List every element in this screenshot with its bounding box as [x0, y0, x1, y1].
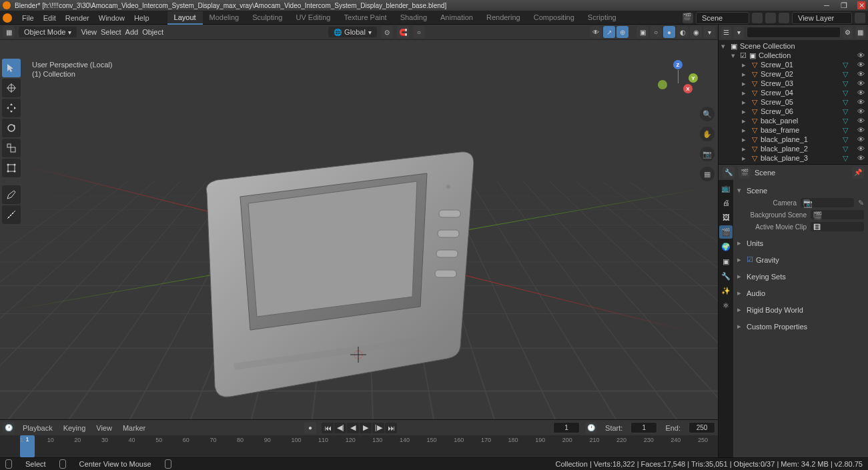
- bgscene-field[interactable]: 🎬: [811, 210, 864, 219]
- perspective-icon[interactable]: ▦: [700, 167, 715, 181]
- section-customprops[interactable]: Custom Properties: [747, 323, 807, 331]
- current-frame[interactable]: 1: [553, 422, 580, 433]
- autokey-icon[interactable]: ●: [304, 422, 316, 434]
- zoom-icon[interactable]: 🔍: [700, 107, 715, 121]
- menu-file[interactable]: File: [17, 14, 39, 22]
- tree-collection[interactable]: Collection: [759, 51, 855, 59]
- viewlayer-field[interactable]: View Layer: [792, 12, 852, 24]
- proportional-icon[interactable]: ○: [413, 26, 425, 38]
- snap-icon[interactable]: 🧲: [397, 26, 409, 38]
- camera-icon[interactable]: 📷: [700, 147, 715, 161]
- outliner-editor-icon[interactable]: ☰: [721, 27, 731, 39]
- section-scene[interactable]: Scene: [747, 187, 767, 195]
- editor-type-icon[interactable]: ▦: [3, 26, 15, 38]
- vp-menu-object[interactable]: Object: [142, 28, 163, 36]
- nav-gizmo[interactable]: Z Y X: [658, 60, 698, 100]
- matprev-icon[interactable]: ◐: [677, 26, 689, 38]
- outliner-new-coll-icon[interactable]: ▦: [855, 27, 865, 39]
- tool-transform[interactable]: [2, 159, 21, 177]
- section-audio[interactable]: Audio: [747, 289, 765, 297]
- outliner-filter-icon[interactable]: ⚙: [843, 27, 853, 39]
- key-next-icon[interactable]: |▶: [372, 423, 384, 433]
- mode-dropdown[interactable]: Object Mode ▾: [19, 27, 77, 37]
- xray-icon[interactable]: ▣: [636, 26, 648, 38]
- tree-item[interactable]: ▸▽black_plane_4▽👁: [719, 163, 868, 164]
- scene-field[interactable]: Scene: [696, 12, 749, 24]
- frame-lock-icon[interactable]: 🕐: [585, 422, 597, 434]
- tl-view[interactable]: View: [93, 424, 115, 432]
- gizmo-toggle-icon[interactable]: ↗: [603, 26, 615, 38]
- props-editor-icon[interactable]: 🔧: [723, 167, 735, 179]
- tree-item[interactable]: ▸▽Screw_06▽👁: [719, 107, 868, 116]
- tab-compositing[interactable]: Compositing: [527, 11, 581, 25]
- ptab-world[interactable]: 🌍: [719, 240, 733, 253]
- ptab-viewlayer[interactable]: 🖼: [719, 211, 733, 224]
- tool-cursor[interactable]: [2, 79, 21, 97]
- tab-scripting[interactable]: Scripting: [581, 11, 623, 25]
- tree-item[interactable]: ▸▽Screw_03▽👁: [719, 79, 868, 88]
- maximize-button[interactable]: ❐: [840, 1, 848, 9]
- ptab-scene[interactable]: 🎬: [719, 225, 733, 239]
- tab-texturepaint[interactable]: Texture Paint: [337, 11, 393, 25]
- tab-shading[interactable]: Shading: [394, 11, 434, 25]
- tab-rendering[interactable]: Rendering: [480, 11, 527, 25]
- tool-measure[interactable]: [2, 205, 21, 224]
- outliner-tree[interactable]: ▾▣Scene Collection ▾☑▣Collection👁 ▸▽Scre…: [719, 40, 868, 164]
- vp-menu-add[interactable]: Add: [125, 28, 139, 36]
- jump-start-icon[interactable]: ⏮: [322, 423, 334, 433]
- tab-layout[interactable]: Layout: [167, 11, 203, 25]
- tree-item[interactable]: ▸▽base_frame▽👁: [719, 125, 868, 135]
- tool-select[interactable]: [2, 59, 21, 77]
- shading-dd-icon[interactable]: ▾: [703, 26, 715, 38]
- vp-menu-select[interactable]: Select: [101, 28, 121, 36]
- menu-edit[interactable]: Edit: [39, 14, 61, 22]
- tree-root[interactable]: Scene Collection: [740, 42, 865, 50]
- camera-field[interactable]: 📷: [801, 198, 854, 207]
- tree-item[interactable]: ▸▽Screw_05▽👁: [719, 97, 868, 107]
- tree-item[interactable]: ▸▽Screw_02▽👁: [719, 69, 868, 79]
- tool-rotate[interactable]: [2, 119, 21, 137]
- timeline-ruler[interactable]: 1 11020304050607080901001101201301401501…: [0, 435, 718, 457]
- tab-sculpting[interactable]: Sculpting: [246, 11, 289, 25]
- start-frame[interactable]: 1: [630, 422, 657, 433]
- tree-item[interactable]: ▸▽black_plane_3▽👁: [719, 153, 868, 163]
- menu-help[interactable]: Help: [129, 14, 154, 22]
- tool-annotate[interactable]: [2, 185, 21, 204]
- section-keying[interactable]: Keying Sets: [747, 273, 786, 281]
- tree-item[interactable]: ▸▽black_plane_2▽👁: [719, 144, 868, 153]
- section-rigidbody[interactable]: Rigid Body World: [747, 306, 803, 314]
- outliner-mode-icon[interactable]: ▾: [734, 27, 744, 39]
- vp-menu-view[interactable]: View: [81, 28, 97, 36]
- menu-render[interactable]: Render: [61, 14, 94, 22]
- orientation-dropdown[interactable]: 🌐 Global ▾: [328, 27, 377, 37]
- tab-uvediting[interactable]: UV Editing: [289, 11, 337, 25]
- play-rev-icon[interactable]: ◀: [347, 423, 359, 433]
- ptab-particle[interactable]: ✨: [719, 284, 733, 297]
- ptab-render[interactable]: 📺: [719, 181, 733, 195]
- tree-item[interactable]: ▸▽Screw_01▽👁: [719, 60, 868, 69]
- tl-playback[interactable]: Playback: [20, 424, 55, 432]
- gizmo-neg-y[interactable]: [658, 80, 667, 89]
- end-frame[interactable]: 250: [689, 422, 715, 433]
- gizmo-y[interactable]: Y: [689, 73, 698, 83]
- gizmo-z[interactable]: Z: [673, 60, 683, 69]
- props-scene-icon[interactable]: 🎬: [739, 167, 751, 179]
- tree-item[interactable]: ▸▽Screw_04▽👁: [719, 88, 868, 97]
- ptab-output[interactable]: 🖨: [719, 196, 733, 209]
- viewlayer-new-icon[interactable]: [855, 13, 865, 23]
- gizmo-x[interactable]: X: [683, 84, 693, 93]
- menu-window[interactable]: Window: [94, 14, 129, 22]
- scene-new-icon[interactable]: [752, 13, 763, 23]
- scene-icon[interactable]: 🎬: [683, 13, 693, 23]
- pivot-icon[interactable]: ⊙: [381, 26, 393, 38]
- wireframe-icon[interactable]: ○: [650, 26, 662, 38]
- visibility-icon[interactable]: 👁: [590, 26, 602, 38]
- tl-marker[interactable]: Marker: [120, 424, 148, 432]
- minimize-button[interactable]: ─: [823, 1, 831, 9]
- tool-move[interactable]: [2, 99, 21, 117]
- section-gravity[interactable]: Gravity: [756, 256, 779, 264]
- close-button[interactable]: ✕: [857, 1, 865, 9]
- pan-icon[interactable]: ✋: [700, 127, 715, 141]
- key-prev-icon[interactable]: ◀|: [334, 423, 346, 433]
- tab-animation[interactable]: Animation: [434, 11, 480, 25]
